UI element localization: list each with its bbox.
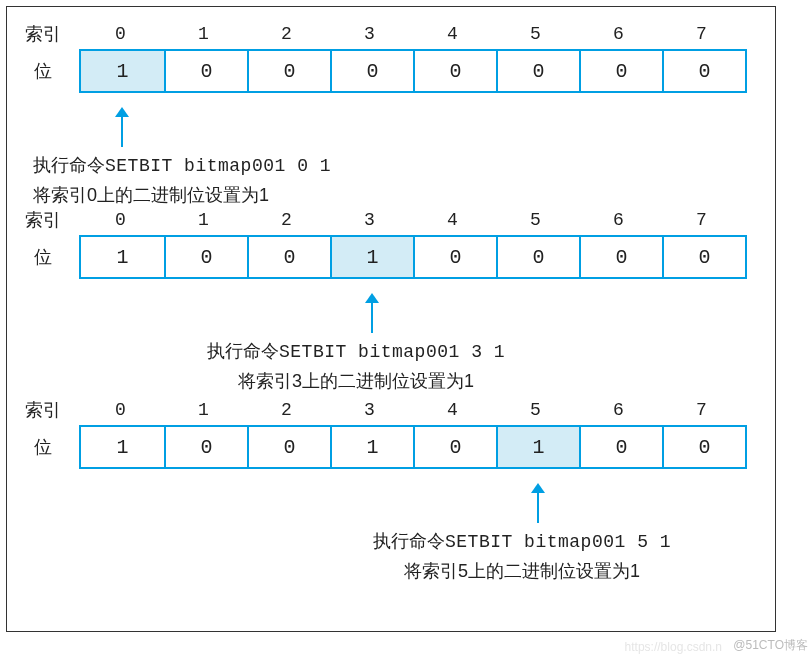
- bit-label: 位: [7, 59, 79, 83]
- bit-cell: 0: [164, 427, 247, 467]
- caption: 执行命令SETBIT bitmap001 0 1 将索引0上的二进制位设置为1: [33, 151, 331, 210]
- arrow-up-icon: [362, 293, 382, 333]
- index-cells: 0 1 2 3 4 5 6 7: [79, 210, 743, 230]
- desc-line: 将索引3上的二进制位设置为1: [207, 367, 505, 396]
- bit-cell: 1: [330, 427, 413, 467]
- bit-cell: 0: [579, 51, 662, 91]
- bit-cell: 0: [579, 427, 662, 467]
- index-cell: 2: [245, 400, 328, 420]
- bit-cell: 0: [164, 237, 247, 277]
- bit-cell: 0: [247, 427, 330, 467]
- caption: 执行命令SETBIT bitmap001 5 1 将索引5上的二进制位设置为1: [373, 527, 671, 586]
- index-label: 索引: [7, 208, 79, 232]
- index-row: 索引 0 1 2 3 4 5 6 7: [7, 19, 775, 49]
- index-cell: 6: [577, 210, 660, 230]
- desc-line: 将索引5上的二进制位设置为1: [373, 557, 671, 586]
- index-cell: 4: [411, 400, 494, 420]
- index-cell: 1: [162, 400, 245, 420]
- index-cell: 5: [494, 210, 577, 230]
- index-cell: 7: [660, 24, 743, 44]
- bit-cells: 1 0 0 1 0 1 0 0: [79, 425, 747, 469]
- diagram-section-0: 索引 0 1 2 3 4 5 6 7 位 1 0 0 0 0 0 0: [7, 19, 775, 93]
- bit-cell: 1: [81, 237, 164, 277]
- bit-cell: 0: [496, 51, 579, 91]
- diagram-section-2: 索引 0 1 2 3 4 5 6 7 位 1 0 0 1 0 1 0: [7, 395, 775, 469]
- bit-cell: 0: [413, 427, 496, 467]
- bit-cell: 0: [413, 51, 496, 91]
- index-cell: 6: [577, 400, 660, 420]
- bit-cell: 1: [81, 51, 164, 91]
- bit-cell: 1: [81, 427, 164, 467]
- bit-cell: 0: [247, 237, 330, 277]
- bit-cell: 1: [496, 427, 579, 467]
- cmd-prefix: 执行命令: [373, 531, 445, 551]
- bit-cell: 0: [413, 237, 496, 277]
- bit-cell: 0: [247, 51, 330, 91]
- index-row: 索引 0 1 2 3 4 5 6 7: [7, 205, 775, 235]
- bit-cell: 1: [330, 237, 413, 277]
- bit-row: 位 1 0 0 1 0 0 0 0: [7, 235, 775, 279]
- index-cell: 4: [411, 24, 494, 44]
- cmd-line: 执行命令SETBIT bitmap001 3 1: [207, 337, 505, 367]
- index-cell: 2: [245, 210, 328, 230]
- index-row: 索引 0 1 2 3 4 5 6 7: [7, 395, 775, 425]
- index-cell: 0: [79, 24, 162, 44]
- cmd-line: 执行命令SETBIT bitmap001 0 1: [33, 151, 331, 181]
- caption: 执行命令SETBIT bitmap001 3 1 将索引3上的二进制位设置为1: [207, 337, 505, 396]
- bit-label: 位: [7, 245, 79, 269]
- cmd-prefix: 执行命令: [207, 341, 279, 361]
- index-cell: 0: [79, 400, 162, 420]
- index-cell: 5: [494, 400, 577, 420]
- index-cell: 1: [162, 210, 245, 230]
- index-cell: 3: [328, 400, 411, 420]
- arrow-up-icon: [112, 107, 132, 147]
- cmd-prefix: 执行命令: [33, 155, 105, 175]
- bit-label: 位: [7, 435, 79, 459]
- index-cell: 5: [494, 24, 577, 44]
- arrow-up-icon: [528, 483, 548, 523]
- watermark-faint: https://blog.csdn.n: [625, 640, 722, 654]
- svg-marker-5: [531, 483, 545, 493]
- diagram-section-1: 索引 0 1 2 3 4 5 6 7 位 1 0 0 1 0 0 0: [7, 205, 775, 279]
- index-cell: 7: [660, 400, 743, 420]
- index-cell: 0: [79, 210, 162, 230]
- cmd-text: SETBIT bitmap001 3 1: [279, 342, 505, 362]
- bit-row: 位 1 0 0 1 0 1 0 0: [7, 425, 775, 469]
- index-cell: 7: [660, 210, 743, 230]
- bit-cell: 0: [330, 51, 413, 91]
- cmd-line: 执行命令SETBIT bitmap001 5 1: [373, 527, 671, 557]
- watermark: @51CTO博客: [733, 637, 808, 654]
- svg-marker-3: [365, 293, 379, 303]
- index-cell: 1: [162, 24, 245, 44]
- index-cell: 4: [411, 210, 494, 230]
- bit-row: 位 1 0 0 0 0 0 0 0: [7, 49, 775, 93]
- bit-cells: 1 0 0 0 0 0 0 0: [79, 49, 747, 93]
- index-cells: 0 1 2 3 4 5 6 7: [79, 400, 743, 420]
- index-cell: 6: [577, 24, 660, 44]
- index-label: 索引: [7, 22, 79, 46]
- diagram-frame: 索引 0 1 2 3 4 5 6 7 位 1 0 0 0 0 0 0: [6, 6, 776, 632]
- bit-cell: 0: [496, 237, 579, 277]
- index-cell: 3: [328, 24, 411, 44]
- index-label: 索引: [7, 398, 79, 422]
- bit-cell: 0: [662, 427, 745, 467]
- bit-cell: 0: [662, 237, 745, 277]
- cmd-text: SETBIT bitmap001 5 1: [445, 532, 671, 552]
- bit-cell: 0: [164, 51, 247, 91]
- bit-cells: 1 0 0 1 0 0 0 0: [79, 235, 747, 279]
- bit-cell: 0: [579, 237, 662, 277]
- index-cell: 3: [328, 210, 411, 230]
- cmd-text: SETBIT bitmap001 0 1: [105, 156, 331, 176]
- bit-cell: 0: [662, 51, 745, 91]
- index-cell: 2: [245, 24, 328, 44]
- svg-marker-1: [115, 107, 129, 117]
- index-cells: 0 1 2 3 4 5 6 7: [79, 24, 743, 44]
